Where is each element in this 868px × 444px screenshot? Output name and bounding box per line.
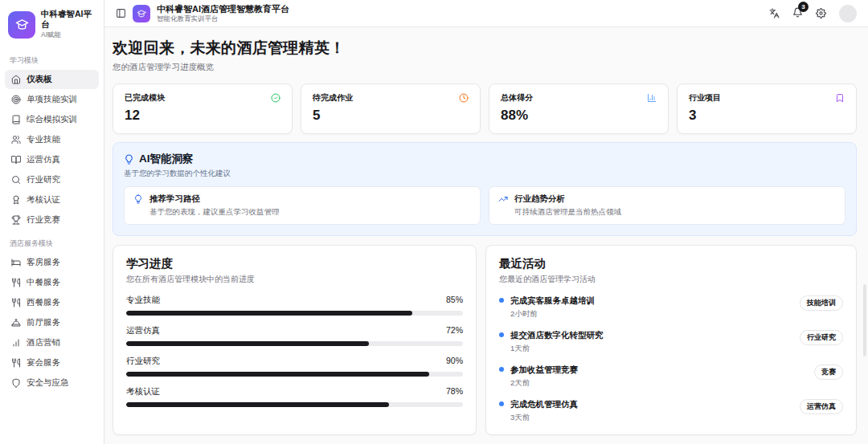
page-subtitle: 您的酒店管理学习进度概览 — [113, 62, 857, 73]
stat-value: 3 — [689, 108, 845, 124]
stat-label: 行业项目 — [689, 92, 721, 104]
sidebar-item[interactable]: 单项技能实训 — [5, 90, 99, 109]
sidebar-nav-learning: 仪表板 单项技能实训 综合模拟实训 专业技能 — [0, 69, 104, 230]
header-logo — [133, 5, 150, 22]
sidebar-toggle-icon[interactable] — [116, 8, 126, 18]
sidebar-item[interactable]: 综合模拟实训 — [5, 110, 99, 129]
book-icon — [11, 115, 21, 124]
progress-label: 运营仿真 — [126, 325, 160, 336]
sidebar-item-label: 宴会服务 — [27, 357, 60, 369]
sidebar-item[interactable]: 宴会服务 — [5, 353, 99, 373]
settings-icon[interactable] — [816, 8, 826, 18]
sidebar-item-label: 前厅服务 — [27, 317, 60, 328]
ai-card-title: 推荐学习路径 — [149, 193, 280, 205]
ai-insights-subtitle: 基于您的学习数据的个性化建议 — [124, 169, 845, 179]
dashboard-content: 欢迎回来，未来的酒店管理精英！ 您的酒店管理学习进度概览 已完成模块 12 — [104, 27, 868, 444]
sidebar-item[interactable]: 行业竞赛 — [5, 210, 99, 230]
ai-insight-card[interactable]: 推荐学习路径 基于您的表现，建议重点学习收益管理 — [124, 186, 481, 225]
progress-value: 78% — [446, 386, 463, 396]
recent-activity-card: 最近活动 您最近的酒店管理学习活动 完成宾客服务卓越培训 2小时前 技能培训 — [485, 245, 857, 435]
activity-badge: 竞赛 — [814, 365, 843, 380]
brand-logo-icon — [8, 11, 35, 39]
learning-progress-subtitle: 您在所有酒店管理模块中的当前进度 — [126, 274, 463, 285]
activity-dot — [499, 401, 504, 406]
progress-row: 专业技能 85% — [126, 295, 463, 316]
user-avatar[interactable] — [839, 5, 857, 22]
activity-time: 3天前 — [510, 413, 793, 423]
sidebar-item[interactable]: 西餐服务 — [5, 293, 99, 312]
stat-card[interactable]: 已完成模块 12 — [113, 84, 293, 134]
stat-label: 已完成模块 — [125, 92, 165, 104]
stat-value: 5 — [313, 108, 469, 124]
stat-cards: 已完成模块 12 待完成作业 5 — [113, 84, 857, 134]
bookmark-icon — [835, 93, 845, 103]
activity-item: 完成宾客服务卓越培训 2小时前 技能培训 — [499, 295, 843, 320]
activity-badge: 技能培训 — [800, 295, 843, 311]
stat-card[interactable]: 行业项目 3 — [677, 84, 857, 134]
sidebar-item[interactable]: 酒店营销 — [5, 333, 99, 352]
stat-value: 12 — [125, 108, 280, 124]
progress-value: 72% — [446, 325, 463, 335]
sidebar-item-label: 考核认证 — [27, 194, 60, 206]
sidebar-item[interactable]: 前厅服务 — [5, 313, 99, 332]
bell-ring-icon — [11, 318, 21, 328]
header-actions: 3 — [769, 5, 857, 22]
check-circle-icon — [271, 93, 280, 103]
sidebar-item-label: 综合模拟实训 — [27, 114, 77, 125]
sidebar-item[interactable]: 运营仿真 — [5, 150, 99, 169]
progress-bar-track — [126, 311, 463, 316]
progress-label: 专业技能 — [126, 295, 160, 306]
utensils-icon — [11, 358, 21, 368]
ai-insights-title: AI智能洞察 — [139, 152, 194, 166]
sidebar-item-label: 行业研究 — [27, 174, 60, 185]
users-icon — [11, 135, 21, 145]
language-icon[interactable] — [769, 8, 780, 18]
sidebar-item-label: 中餐服务 — [27, 277, 60, 288]
sidebar-item-label: 安全与应急 — [27, 377, 69, 389]
scrollbar-thumb[interactable] — [863, 284, 866, 356]
activity-item: 参加收益管理竞赛 2天前 竞赛 — [499, 365, 843, 389]
activity-item: 完成危机管理仿真 3天前 运营仿真 — [499, 399, 843, 423]
recent-activity-title: 最近活动 — [499, 256, 843, 271]
page-title: 欢迎回来，未来的酒店管理精英！ — [113, 38, 857, 59]
sidebar-item-label: 单项技能实训 — [27, 94, 77, 105]
progress-value: 85% — [446, 295, 463, 304]
utensils-icon — [11, 298, 21, 308]
learning-progress-title: 学习进度 — [126, 256, 463, 271]
ai-insight-card[interactable]: 行业趋势分析 可持续酒店管理是当前热点领域 — [489, 186, 845, 225]
ai-insights-panel: AI智能洞察 基于您的学习数据的个性化建议 推荐学习路径 基于您的表现，建议重点… — [113, 142, 857, 236]
utensils-icon — [11, 278, 21, 287]
stat-label: 待完成作业 — [313, 92, 353, 104]
progress-bar-track — [126, 372, 463, 377]
progress-row: 考核认证 78% — [126, 386, 463, 407]
activity-dot — [499, 332, 504, 337]
stat-card[interactable]: 待完成作业 5 — [301, 84, 481, 134]
sidebar-brand-subtitle: AI赋能 — [41, 31, 96, 40]
stat-card[interactable]: 总体得分 88% — [489, 84, 669, 134]
sidebar-logo: 中科睿智AI平台 AI赋能 — [0, 0, 104, 47]
sidebar-item[interactable]: 安全与应急 — [5, 373, 99, 393]
activity-time: 2天前 — [510, 378, 808, 389]
sidebar-item[interactable]: 专业技能 — [5, 130, 99, 149]
sidebar-item[interactable]: 考核认证 — [5, 190, 99, 210]
progress-bar-track — [126, 402, 463, 407]
bed-icon — [11, 258, 21, 267]
graduation-cap-icon — [15, 18, 29, 31]
sidebar-item[interactable]: 行业研究 — [5, 170, 99, 189]
activity-time: 1天前 — [510, 344, 793, 354]
sidebar-item-label: 西餐服务 — [27, 297, 60, 308]
graduation-cap-icon — [137, 9, 146, 18]
sidebar-item-label: 行业竞赛 — [27, 214, 60, 226]
main-column: 中科睿智AI酒店管理智慧教育平台 智能化教育实训平台 3 欢迎回来，未来的酒店管… — [104, 0, 868, 444]
ai-card-description: 可持续酒店管理是当前热点领域 — [514, 207, 621, 218]
award-icon — [11, 195, 21, 205]
activity-title: 提交酒店数字化转型研究 — [510, 330, 793, 341]
stat-label: 总体得分 — [501, 92, 533, 104]
progress-bar-fill — [126, 311, 412, 316]
sidebar-item[interactable]: 客房服务 — [5, 253, 99, 272]
sidebar-item[interactable]: 中餐服务 — [5, 273, 99, 292]
progress-label: 行业研究 — [126, 356, 160, 367]
sidebar-item[interactable]: 仪表板 — [5, 70, 99, 89]
app-window: 中科睿智AI平台 AI赋能 学习模块 仪表板 单项技能实训 综合模拟实训 — [0, 0, 868, 444]
notifications-button[interactable]: 3 — [792, 6, 803, 21]
